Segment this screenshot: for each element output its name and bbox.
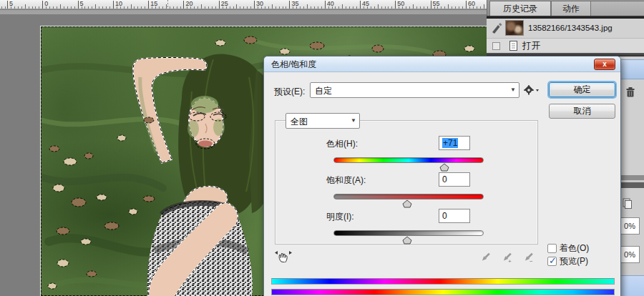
hue-saturation-dialog: 色相/饱和度 x 预设(E): 自定 ▼ 确定 取消 <box>263 56 621 296</box>
lightness-label: 明度(I): <box>326 211 354 223</box>
tab-history[interactable]: 历史记录 <box>489 1 551 16</box>
hue-label: 色相(H): <box>326 138 358 150</box>
hue-slider-thumb[interactable] <box>439 162 449 170</box>
svg-text:−: − <box>530 258 533 264</box>
channel-dropdown[interactable]: 全图 ▼ <box>286 113 360 129</box>
history-item-label: 13582166/1343543.jpg <box>528 24 613 32</box>
layer-page-icon[interactable] <box>622 197 632 212</box>
svg-text:+: + <box>508 258 512 264</box>
dialog-title: 色相/饱和度 <box>271 59 316 69</box>
colorize-option[interactable]: 着色(O) <box>547 242 589 255</box>
tab-bar-filler <box>591 1 644 16</box>
delete-trash-icon[interactable] <box>624 86 637 102</box>
chevron-down-icon: ▼ <box>351 117 356 124</box>
channel-groupbox <box>275 120 538 245</box>
lightness-input[interactable]: 0 <box>439 209 470 223</box>
preset-value: 自定 <box>315 85 332 97</box>
eyedropper-minus-icon[interactable]: − <box>522 251 535 264</box>
preset-dropdown[interactable]: 自定 ▼ <box>310 82 519 98</box>
selected-text: +71 <box>442 138 458 148</box>
colorize-checkbox[interactable] <box>547 244 557 253</box>
panel-tab-bar: 历史记录 动作 <box>487 0 644 16</box>
ok-button[interactable]: 确定 <box>549 82 615 97</box>
preset-options-gear-icon[interactable] <box>523 84 540 96</box>
saturation-input[interactable]: 0 <box>439 172 470 187</box>
preset-label: 预设(E): <box>274 86 305 98</box>
history-thumbnail[interactable] <box>505 20 524 36</box>
history-source-checkbox[interactable] <box>492 42 500 50</box>
history-item-label: 打开 <box>522 40 540 52</box>
close-button[interactable]: x <box>594 59 615 70</box>
dialog-titlebar[interactable]: 色相/饱和度 x <box>264 56 620 72</box>
document-icon <box>507 40 521 51</box>
ruler-shadow <box>0 10 489 14</box>
cancel-button[interactable]: 取消 <box>549 104 615 119</box>
ruler-cursor-marker <box>167 0 168 9</box>
eyedropper-plus-icon[interactable]: + <box>500 251 513 264</box>
output-hue-spectrum-bar <box>271 289 615 295</box>
hue-input[interactable]: +71 <box>439 136 470 150</box>
channel-value: 全图 <box>291 116 308 128</box>
scrubby-hand-icon[interactable] <box>274 248 293 265</box>
saturation-slider-thumb[interactable] <box>402 198 412 207</box>
preview-label: 预览(P) <box>560 255 588 267</box>
history-item-open[interactable]: 打开 <box>487 38 644 53</box>
history-brush-icon[interactable] <box>489 22 504 34</box>
hue-slider-track[interactable] <box>333 157 484 163</box>
colorize-label: 着色(O) <box>560 242 589 255</box>
tab-actions[interactable]: 动作 <box>551 1 591 16</box>
chevron-down-icon: ▼ <box>510 87 516 93</box>
horizontal-ruler: 5051015202530354045505560 <box>0 0 489 9</box>
preview-checkbox[interactable] <box>547 257 557 266</box>
input-hue-spectrum-bar <box>271 278 615 285</box>
saturation-label: 饱和度(A): <box>326 174 366 187</box>
ruler-major-ticks <box>0 1 489 9</box>
history-item-snapshot[interactable]: 13582166/1343543.jpg <box>487 19 644 37</box>
eyedropper-icon[interactable] <box>479 251 492 264</box>
lightness-slider-thumb[interactable] <box>402 235 412 243</box>
preview-option[interactable]: 预览(P) <box>547 255 588 267</box>
photoshop-workspace: 5051015202530354045505560 <box>0 0 644 296</box>
